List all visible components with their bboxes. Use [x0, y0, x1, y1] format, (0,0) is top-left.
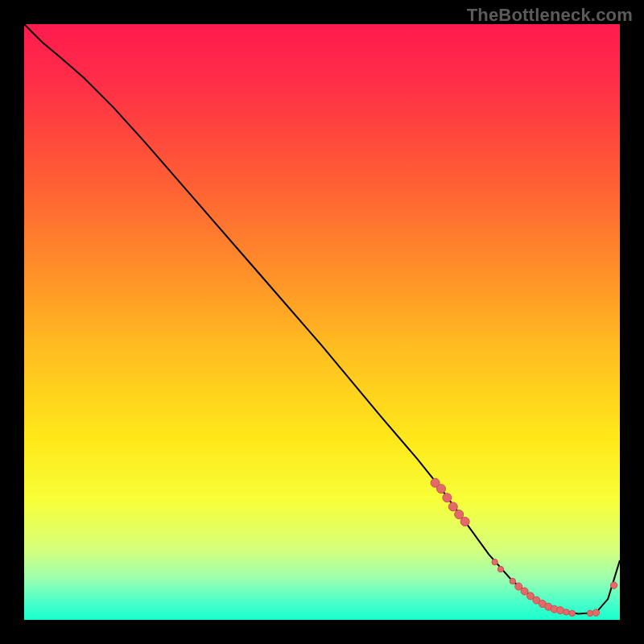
data-marker [460, 517, 469, 526]
data-marker [569, 610, 575, 616]
watermark-text: TheBottleneck.com [467, 5, 633, 26]
data-marker [515, 583, 522, 590]
data-marker [564, 609, 569, 615]
data-marker [455, 510, 464, 519]
data-marker [448, 502, 457, 511]
data-marker [521, 588, 528, 595]
data-marker [492, 559, 497, 565]
data-marker [592, 609, 599, 616]
data-marker [437, 485, 446, 493]
gradient-rect [24, 24, 620, 620]
chart-stage: TheBottleneck.com [0, 0, 644, 644]
data-marker [510, 578, 515, 584]
data-marker [610, 582, 617, 588]
data-marker [587, 610, 592, 616]
bottleneck-chart [24, 24, 620, 620]
data-marker [557, 607, 564, 614]
data-marker [497, 566, 503, 572]
data-marker [443, 493, 452, 502]
